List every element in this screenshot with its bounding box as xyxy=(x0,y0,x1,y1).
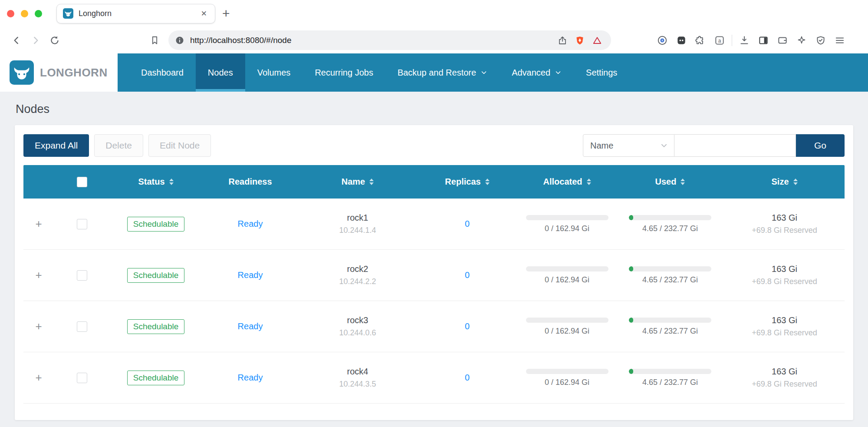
delete-button[interactable]: Delete xyxy=(94,134,143,157)
sort-icon xyxy=(369,179,374,185)
go-button[interactable]: Go xyxy=(796,134,845,157)
url-text[interactable]: http://localhost:8080/#/node xyxy=(190,36,554,45)
node-size: 163 Gi xyxy=(724,213,845,223)
longhorn-favicon xyxy=(63,8,73,19)
bookmark-icon[interactable] xyxy=(145,31,164,50)
used-label: 4.65 / 232.77 Gi xyxy=(616,378,724,387)
reload-button[interactable] xyxy=(45,31,64,50)
node-name: rock3 xyxy=(299,315,416,325)
chevron-down-icon xyxy=(555,69,562,76)
tab-title: Longhorn xyxy=(79,9,199,18)
vpn-shield-icon[interactable] xyxy=(811,31,830,50)
node-reserved: +69.8 Gi Reserved xyxy=(724,226,845,235)
window-close-button[interactable] xyxy=(7,10,14,17)
node-reserved: +69.8 Gi Reserved xyxy=(724,277,845,286)
expand-row-button[interactable]: + xyxy=(32,218,45,231)
extensions-puzzle-icon[interactable] xyxy=(691,31,710,50)
node-ip: 10.244.3.5 xyxy=(299,380,416,389)
main-nav: Dashboard Nodes Volumes Recurring Jobs B… xyxy=(118,53,629,92)
used-progress-fill xyxy=(629,215,633,220)
node-reserved: +69.8 Gi Reserved xyxy=(724,380,845,389)
replicas-count: 0 xyxy=(465,219,470,228)
allocated-label: 0 / 162.94 Gi xyxy=(518,224,616,233)
share-icon[interactable] xyxy=(554,32,571,49)
node-ip: 10.244.2.2 xyxy=(299,277,416,286)
search-box-icon[interactable]: a xyxy=(710,31,729,50)
sort-icon xyxy=(681,179,685,185)
wallet-icon[interactable] xyxy=(773,31,792,50)
used-label: 4.65 / 232.77 Gi xyxy=(616,327,724,336)
node-name: rock4 xyxy=(299,367,416,377)
allocated-progress-bar xyxy=(526,318,608,323)
column-header-status[interactable]: Status xyxy=(110,177,201,187)
sidebar-icon[interactable] xyxy=(754,31,773,50)
extension-privacy-icon[interactable] xyxy=(653,31,672,50)
tab-strip: Longhorn ✕ + xyxy=(0,0,868,27)
select-all-checkbox[interactable] xyxy=(77,177,87,187)
allocated-progress-bar xyxy=(526,369,608,374)
address-bar[interactable]: http://localhost:8080/#/node xyxy=(168,30,611,50)
edit-node-button[interactable]: Edit Node xyxy=(148,134,211,157)
nav-item-advanced[interactable]: Advanced xyxy=(500,53,574,92)
brave-shield-icon[interactable] xyxy=(571,32,589,49)
column-header-replicas[interactable]: Replicas xyxy=(416,177,518,187)
column-header-name[interactable]: Name xyxy=(299,177,416,187)
column-header-used[interactable]: Used xyxy=(616,177,724,187)
used-progress-bar xyxy=(629,215,711,220)
menu-icon[interactable] xyxy=(830,31,849,50)
filter-input[interactable] xyxy=(674,134,796,157)
table-row: + Schedulable Ready rock3 10.244.0.6 0 0… xyxy=(23,301,845,352)
download-icon[interactable] xyxy=(735,31,754,50)
nav-item-recurring-jobs[interactable]: Recurring Jobs xyxy=(302,53,385,92)
tab-close-icon[interactable]: ✕ xyxy=(199,7,209,20)
nav-item-dashboard[interactable]: Dashboard xyxy=(129,53,196,92)
expand-row-button[interactable]: + xyxy=(32,320,45,333)
readiness-value: Ready xyxy=(238,373,263,382)
site-info-icon[interactable] xyxy=(174,35,185,46)
used-label: 4.65 / 232.77 Gi xyxy=(616,275,724,285)
app-header: LONGHORN Dashboard Nodes Volumes Recurri… xyxy=(0,53,868,92)
used-progress-fill xyxy=(629,369,633,374)
used-label: 4.65 / 232.77 Gi xyxy=(616,224,724,233)
row-checkbox[interactable] xyxy=(77,270,87,281)
brave-rewards-icon[interactable] xyxy=(589,32,606,49)
nav-item-nodes[interactable]: Nodes xyxy=(196,53,245,92)
expand-all-button[interactable]: Expand All xyxy=(23,134,89,157)
row-checkbox[interactable] xyxy=(77,321,87,332)
table-row: + Schedulable Ready rock1 10.244.1.4 0 0… xyxy=(23,199,845,250)
browser-chrome: Longhorn ✕ + http://localhost:8080/#/nod… xyxy=(0,0,868,53)
nodes-page: Nodes Expand All Delete Edit Node Name G… xyxy=(0,92,868,420)
replicas-count: 0 xyxy=(465,373,470,382)
new-tab-button[interactable]: + xyxy=(222,7,230,20)
forward-button[interactable] xyxy=(26,31,45,50)
window-zoom-button[interactable] xyxy=(35,10,42,17)
row-checkbox[interactable] xyxy=(77,219,87,229)
nav-item-backup-and-restore[interactable]: Backup and Restore xyxy=(385,53,500,92)
sort-icon xyxy=(793,179,798,185)
column-header-size[interactable]: Size xyxy=(724,177,845,187)
column-header-allocated[interactable]: Allocated xyxy=(518,177,616,187)
row-checkbox[interactable] xyxy=(77,373,87,383)
chevron-down-icon xyxy=(480,69,487,76)
allocated-label: 0 / 162.94 Gi xyxy=(518,275,616,285)
filter-group: Name Go xyxy=(583,134,845,157)
window-minimize-button[interactable] xyxy=(21,10,28,17)
nav-item-volumes[interactable]: Volumes xyxy=(245,53,303,92)
used-progress-fill xyxy=(629,318,633,323)
longhorn-logo[interactable]: LONGHORN xyxy=(0,53,118,92)
sort-icon xyxy=(169,179,174,185)
browser-toolbar: http://localhost:8080/#/node a xyxy=(0,27,868,53)
table-row: + Schedulable Ready rock2 10.244.2.2 0 0… xyxy=(23,250,845,301)
used-progress-fill xyxy=(629,266,633,271)
readiness-value: Ready xyxy=(238,219,263,228)
used-progress-bar xyxy=(629,266,711,271)
nav-item-settings[interactable]: Settings xyxy=(574,53,629,92)
browser-tab[interactable]: Longhorn ✕ xyxy=(56,4,215,23)
extension-dark-icon[interactable] xyxy=(672,31,691,50)
leo-ai-icon[interactable] xyxy=(792,31,811,50)
back-button[interactable] xyxy=(7,31,26,50)
expand-row-button[interactable]: + xyxy=(32,269,45,282)
sort-icon xyxy=(587,179,591,185)
filter-field-select[interactable]: Name xyxy=(583,134,674,157)
expand-row-button[interactable]: + xyxy=(32,371,45,384)
